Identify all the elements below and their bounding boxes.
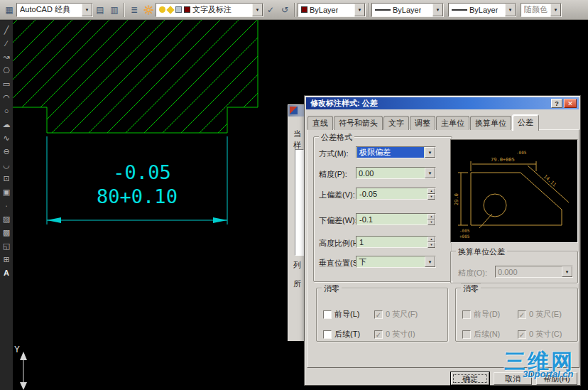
- toolbar-doc-button-1[interactable]: ▤: [93, 3, 107, 17]
- layer-color-icon[interactable]: [184, 6, 190, 13]
- dim-style-preview: -005 79.0+005 29.0 14.11 -005 +005: [450, 139, 578, 243]
- color-combo[interactable]: ByLayer ▼: [298, 3, 366, 17]
- help-icon[interactable]: ?: [551, 99, 562, 108]
- spin-down-icon[interactable]: ▼: [428, 242, 435, 248]
- dialog-titlebar[interactable]: 修改标注样式: 公差 ? ✕: [306, 97, 579, 109]
- toolbar-doc-button-2[interactable]: ▥: [107, 3, 121, 17]
- chevron-down-icon[interactable]: ▼: [505, 4, 516, 16]
- chevron-down-icon[interactable]: ▼: [425, 168, 435, 178]
- polyline-icon[interactable]: ↝: [1, 51, 12, 63]
- alt-trailing-label: 后续(N): [474, 329, 500, 340]
- layer-states-button[interactable]: 🔆: [141, 3, 156, 17]
- polygon-icon[interactable]: ⎔: [1, 65, 12, 76]
- method-combo[interactable]: 极限偏差 ▼: [356, 146, 436, 158]
- linetype-combo-value: ByLayer: [393, 6, 421, 14]
- spin-up-icon[interactable]: ▲: [428, 188, 435, 194]
- plotstyle-combo[interactable]: 随颜色 ▼: [521, 3, 562, 17]
- height-scale-spinner[interactable]: 1 ▲▼: [356, 236, 436, 248]
- leading-checkbox[interactable]: 前导(L): [323, 309, 359, 320]
- mtext-icon[interactable]: A: [1, 267, 12, 278]
- tab-symbols-arrows[interactable]: 符号和箭头: [334, 116, 383, 130]
- alt-leading-checkbox: 前导(D): [462, 309, 500, 320]
- linetype-sample-icon: [375, 9, 391, 11]
- hatch-icon[interactable]: ▨: [1, 213, 12, 224]
- region-icon[interactable]: ◱: [1, 240, 12, 251]
- tab-alternate-units[interactable]: 换算单位: [470, 116, 511, 130]
- arc-icon[interactable]: ◠: [1, 92, 12, 103]
- hatched-section[interactable]: [6, 16, 258, 133]
- precision-combo[interactable]: 0.00 ▼: [356, 167, 436, 179]
- spin-up-icon[interactable]: ▲: [428, 237, 435, 242]
- checkbox-icon[interactable]: [323, 330, 332, 339]
- chevron-down-icon[interactable]: ▼: [432, 4, 443, 16]
- spin-up-icon[interactable]: ▲: [428, 214, 435, 220]
- make-layer-current-button[interactable]: ✓: [263, 3, 278, 17]
- point-icon[interactable]: ∙: [1, 200, 12, 211]
- make-block-icon[interactable]: ▣: [1, 186, 12, 197]
- back-dialog-titlebar[interactable]: [288, 105, 304, 117]
- tab-text[interactable]: 文字: [383, 116, 409, 130]
- ellipse-arc-icon[interactable]: ◡: [1, 159, 12, 170]
- leading-label: 前导(L): [334, 309, 359, 320]
- current-color-icon: [301, 6, 307, 13]
- back-dialog-label: 所: [293, 278, 301, 289]
- spin-down-icon[interactable]: ▼: [428, 220, 435, 225]
- chevron-down-icon[interactable]: ▼: [550, 4, 561, 16]
- spline-icon[interactable]: ∿: [1, 132, 12, 143]
- workspace-combo[interactable]: AutoCAD 经典 ▼: [16, 3, 93, 17]
- feet-label: 0 英尺(F): [386, 309, 418, 320]
- layer-freeze-icon[interactable]: [166, 6, 174, 13]
- layer-properties-button[interactable]: ≣: [127, 3, 141, 17]
- construction-line-icon[interactable]: ∕: [1, 38, 12, 49]
- ellipse-icon[interactable]: ⊖: [1, 146, 12, 157]
- tab-fit[interactable]: 调整: [410, 116, 435, 130]
- rectangle-icon[interactable]: ▭: [1, 78, 12, 90]
- circle-icon[interactable]: ○: [1, 105, 12, 117]
- tab-lines[interactable]: 直线: [307, 116, 333, 130]
- spin-down-icon[interactable]: ▼: [428, 194, 435, 200]
- chevron-down-icon[interactable]: ▼: [425, 147, 435, 158]
- ucs-arrow-up-icon: [20, 352, 27, 360]
- chevron-down-icon[interactable]: ▼: [425, 256, 435, 267]
- ok-button[interactable]: 确定: [451, 372, 489, 385]
- line-icon[interactable]: ╱: [1, 24, 12, 36]
- lineweight-combo[interactable]: ByLayer ▼: [448, 3, 516, 17]
- dialog-app-icon: [290, 107, 298, 114]
- trailing-checkbox[interactable]: 后续(T): [323, 329, 360, 340]
- gradient-icon[interactable]: ▩: [1, 227, 12, 238]
- layer-lock-icon[interactable]: [175, 6, 182, 13]
- insert-block-icon[interactable]: ⊡: [1, 173, 12, 184]
- tab-primary-units[interactable]: 主单位: [436, 116, 469, 130]
- checkbox-checked-icon: ✓: [374, 310, 383, 319]
- tab-tolerances[interactable]: 公差: [512, 114, 539, 131]
- dim-arrow-right-icon: [213, 217, 227, 223]
- alt-feet-checkbox: ✓ 0 英尺(E): [518, 309, 562, 320]
- chevron-down-icon[interactable]: ▼: [82, 4, 92, 16]
- layer-combo[interactable]: 文字及标注 ▼: [156, 3, 263, 17]
- dim-text-main: 80+0.10: [97, 185, 178, 207]
- close-icon[interactable]: ✕: [564, 99, 577, 108]
- checkbox-icon: [462, 310, 471, 319]
- table-icon[interactable]: ⊞: [1, 254, 12, 265]
- alt-inches-label: 0 英寸(C): [529, 329, 562, 340]
- workspace-grid-icon[interactable]: ▦: [2, 3, 16, 17]
- dim-style-manager-dialog[interactable]: 当 样 列 所: [288, 104, 304, 341]
- lower-value-spinner[interactable]: -0.1 ▲▼: [356, 213, 436, 225]
- chevron-down-icon[interactable]: ▼: [354, 4, 365, 16]
- lineweight-sample-icon: [452, 9, 467, 11]
- checkbox-checked-icon: ✓: [374, 330, 383, 339]
- checkbox-icon[interactable]: [323, 310, 332, 319]
- toolbar-separator: [368, 3, 369, 17]
- layer-previous-button[interactable]: ↺: [278, 3, 292, 17]
- ucs-y-label: Y: [14, 344, 20, 354]
- vertical-position-combo[interactable]: 下 ▼: [356, 256, 436, 268]
- height-scale-value: 1: [356, 238, 428, 247]
- alt-precision-combo: 0.000 ▼: [495, 266, 573, 278]
- revision-cloud-icon[interactable]: ☁: [1, 119, 12, 130]
- linetype-combo[interactable]: ByLayer ▼: [371, 3, 444, 17]
- chevron-down-icon[interactable]: ▼: [252, 4, 263, 16]
- alt-feet-label: 0 英尺(E): [529, 309, 562, 320]
- upper-value-spinner[interactable]: -0.05 ▲▼: [356, 188, 436, 200]
- upper-value: -0.05: [356, 190, 428, 198]
- layer-on-icon[interactable]: [159, 6, 165, 13]
